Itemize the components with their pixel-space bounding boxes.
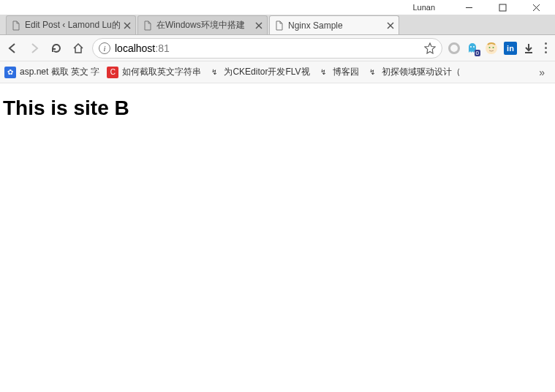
bookmark-cnblogs[interactable]: ↯ 博客园 (317, 66, 359, 78)
tab-nginx-sample[interactable]: Nginx Sample (269, 15, 399, 34)
maximize-button[interactable] (488, 1, 517, 14)
page-heading: This is site B (3, 97, 552, 120)
document-icon (143, 20, 153, 31)
address-bar[interactable]: i localhost:81 (92, 38, 442, 59)
favicon: ↯ (366, 67, 378, 78)
tab-windows-setup[interactable]: 在Windows环境中搭建 (137, 15, 268, 34)
home-button[interactable] (70, 40, 86, 56)
menu-icon[interactable] (540, 42, 551, 53)
bookmark-label: asp.net 截取 英文 字 (20, 66, 99, 78)
tab-edit-post[interactable]: Edit Post ‹ Lamond Lu的 (6, 15, 136, 34)
site-info-icon[interactable]: i (99, 42, 110, 54)
bookmark-label: 博客园 (333, 66, 359, 78)
linkedin-label: in (507, 44, 514, 53)
favicon: C (107, 67, 118, 78)
page-content: This is site B (0, 83, 555, 133)
minimize-button[interactable] (454, 1, 483, 14)
bookmark-label: 初探领域驱动设计（ (382, 66, 461, 78)
reload-button[interactable] (48, 40, 64, 56)
bookmark-ddd[interactable]: ↯ 初探领域驱动设计（ (366, 66, 461, 78)
tab-strip: Edit Post ‹ Lamond Lu的 在Windows环境中搭建 Ngi… (0, 15, 555, 35)
bookmark-star-icon[interactable] (424, 42, 436, 54)
download-icon[interactable] (523, 42, 535, 54)
document-icon (274, 20, 284, 31)
favicon: ↯ (317, 67, 329, 78)
close-window-button[interactable] (521, 1, 551, 14)
close-icon[interactable] (124, 22, 131, 29)
svg-rect-1 (499, 4, 506, 11)
svg-point-14 (493, 47, 494, 48)
forward-button[interactable] (26, 40, 42, 56)
tab-title: 在Windows环境中搭建 (156, 19, 252, 31)
extension-circle-icon[interactable] (448, 42, 460, 54)
extension-badge: 0 (475, 50, 480, 56)
favicon: ↯ (208, 67, 220, 78)
toolbar: i localhost:81 0 in (0, 35, 555, 61)
url-port: :81 (155, 42, 169, 54)
linkedin-icon[interactable]: in (504, 42, 517, 55)
bookmark-label: 如何截取英文字符串 (122, 66, 201, 78)
document-icon (11, 20, 21, 31)
tab-title: Edit Post ‹ Lamond Lu的 (25, 19, 120, 31)
svg-point-10 (470, 46, 472, 48)
bookmark-label: 为CKEditor开发FLV视 (224, 66, 309, 78)
bookmark-aspnet[interactable]: ✿ asp.net 截取 英文 字 (4, 66, 99, 78)
close-icon[interactable] (255, 22, 263, 29)
window-titlebar: Lunan (0, 0, 555, 15)
url-display: localhost:81 (115, 42, 420, 54)
extension-avatar-icon[interactable] (485, 42, 498, 55)
ghostery-icon[interactable]: 0 (466, 42, 479, 55)
svg-point-13 (489, 47, 491, 48)
bookmark-bar: ✿ asp.net 截取 英文 字 C 如何截取英文字符串 ↯ 为CKEdito… (0, 61, 555, 83)
svg-point-11 (473, 46, 475, 48)
url-host: localhost (115, 42, 155, 54)
profile-name: Lunan (412, 3, 435, 12)
favicon: ✿ (4, 67, 16, 78)
bookmark-ckeditor[interactable]: ↯ 为CKEditor开发FLV视 (208, 66, 309, 78)
bookmark-overflow-icon[interactable]: » (539, 67, 551, 78)
back-button[interactable] (4, 40, 20, 56)
bookmark-truncate[interactable]: C 如何截取英文字符串 (107, 66, 201, 78)
close-icon[interactable] (387, 22, 394, 29)
tab-title: Nginx Sample (288, 20, 383, 31)
